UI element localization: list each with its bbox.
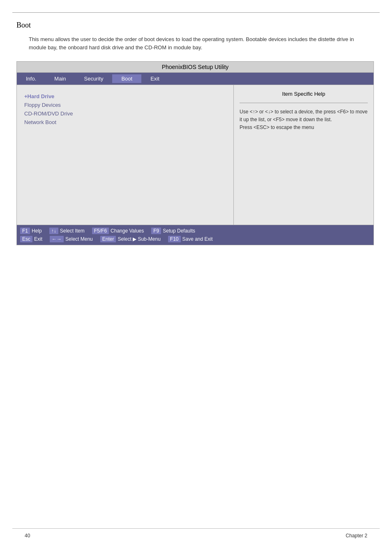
status-f5f6: F5/F6 Change Values [92,228,144,234]
nav-item-exit[interactable]: Exit [141,74,168,83]
key-f5f6: F5/F6 [92,228,109,234]
nav-item-info[interactable]: Info. [17,74,45,83]
status-f9: F9 Setup Defaults [151,228,195,234]
label-exit: Exit [34,236,42,242]
key-f1: F1 [20,228,30,234]
bios-nav: Info. Main Security Boot Exit [17,73,374,85]
bios-title: PhoenixBIOS Setup Utility [162,64,229,70]
section-title: Boot [16,21,376,30]
nav-item-boot[interactable]: Boot [112,74,141,83]
status-enter: Enter Select ▶ Sub-Menu [100,236,161,242]
page-footer: 40 Chapter 2 [12,528,380,543]
menu-item-floppy[interactable]: Floppy Devices [23,101,228,109]
label-change-values: Change Values [111,228,144,234]
help-divider [240,103,368,103]
status-row-2: Esc Exit ←→ Select Menu Enter Select ▶ S… [20,235,370,243]
key-f10: F10 [168,236,181,242]
status-row-1: F1 Help ↑↓ Select Item F5/F6 Change Valu… [20,227,370,235]
status-updown: ↑↓ Select Item [49,228,85,234]
bios-statusbar: F1 Help ↑↓ Select Item F5/F6 Change Valu… [17,225,374,245]
bios-left-panel: +Hard Drive Floppy Devices CD-ROM/DVD Dr… [17,85,234,225]
key-updown: ↑↓ [49,228,58,234]
bios-title-bar: PhoenixBIOS Setup Utility [17,62,374,73]
status-esc: Esc Exit [20,236,42,242]
label-setup-defaults: Setup Defaults [163,228,195,234]
status-f10: F10 Save and Exit [168,236,213,242]
label-save-exit: Save and Exit [182,236,213,242]
footer-chapter: Chapter 2 [346,533,367,539]
label-select-item: Select Item [60,228,85,234]
section-description: This menu allows the user to decide the … [29,35,357,51]
menu-item-hard-drive[interactable]: +Hard Drive [23,92,228,100]
bios-right-panel: Item Specific Help Use <↑> or <↓> to sel… [234,85,374,225]
key-f9: F9 [151,228,161,234]
page-container: Boot This menu allows the user to decide… [0,0,392,555]
key-enter: Enter [100,236,116,242]
menu-item-network[interactable]: Network Boot [23,118,228,126]
content-area: Boot This menu allows the user to decide… [0,13,392,555]
bios-main: +Hard Drive Floppy Devices CD-ROM/DVD Dr… [17,85,374,225]
status-leftright: ←→ Select Menu [50,236,93,242]
footer-page-number: 40 [25,533,30,539]
bios-box: PhoenixBIOS Setup Utility Info. Main Sec… [16,61,374,245]
nav-item-security[interactable]: Security [75,74,112,83]
help-text: Use <↑> or <↓> to select a device, the p… [240,108,368,132]
key-esc: Esc [20,236,32,242]
status-f1: F1 Help [20,228,42,234]
help-title: Item Specific Help [240,91,368,97]
nav-item-main[interactable]: Main [45,74,75,83]
menu-item-cdrom[interactable]: CD-ROM/DVD Drive [23,110,228,117]
label-select-submenu: Select ▶ Sub-Menu [118,236,160,242]
label-help: Help [32,228,42,234]
label-select-menu: Select Menu [65,236,93,242]
key-leftright: ←→ [50,236,64,242]
